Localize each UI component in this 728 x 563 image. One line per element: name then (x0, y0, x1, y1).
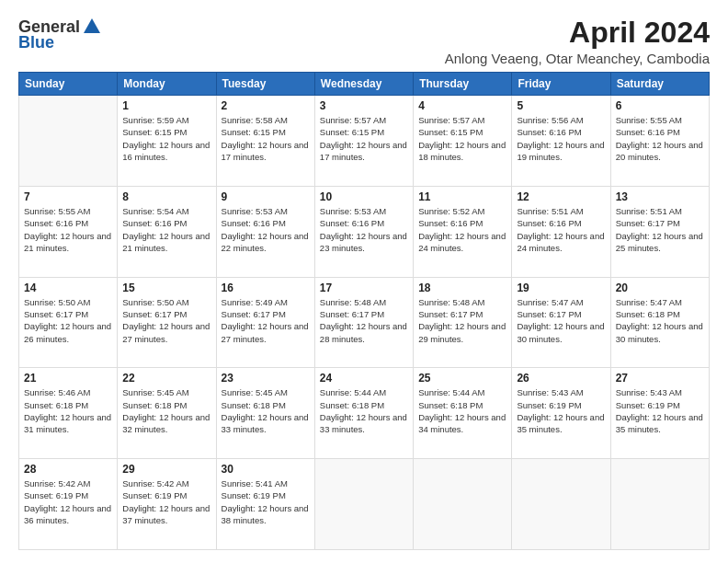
day-cell: 10Sunrise: 5:53 AMSunset: 6:16 PMDayligh… (314, 186, 413, 277)
day-cell: 16Sunrise: 5:49 AMSunset: 6:17 PMDayligh… (216, 277, 314, 368)
day-info: Sunrise: 5:44 AMSunset: 6:18 PMDaylight:… (418, 386, 506, 435)
day-info: Sunrise: 5:48 AMSunset: 6:17 PMDaylight:… (418, 296, 506, 345)
day-number: 7 (24, 190, 112, 203)
day-cell: 13Sunrise: 5:51 AMSunset: 6:17 PMDayligh… (610, 186, 709, 277)
day-number: 3 (320, 99, 408, 112)
day-cell: 2Sunrise: 5:58 AMSunset: 6:15 PMDaylight… (216, 96, 314, 187)
day-number: 29 (122, 463, 210, 476)
day-info: Sunrise: 5:44 AMSunset: 6:18 PMDaylight:… (320, 386, 408, 435)
logo-blue: Blue (18, 33, 54, 52)
day-cell: 12Sunrise: 5:51 AMSunset: 6:16 PMDayligh… (512, 186, 610, 277)
day-info: Sunrise: 5:56 AMSunset: 6:16 PMDaylight:… (517, 114, 605, 163)
day-number: 6 (616, 99, 704, 112)
day-info: Sunrise: 5:58 AMSunset: 6:15 PMDaylight:… (222, 114, 310, 163)
calendar-header-row: SundayMondayTuesdayWednesdayThursdayFrid… (19, 73, 710, 96)
day-number: 10 (320, 190, 408, 203)
day-cell: 30Sunrise: 5:41 AMSunset: 6:19 PMDayligh… (216, 459, 314, 550)
day-info: Sunrise: 5:55 AMSunset: 6:16 PMDaylight:… (24, 205, 112, 254)
day-info: Sunrise: 5:57 AMSunset: 6:15 PMDaylight:… (320, 114, 408, 163)
col-header-sunday: Sunday (19, 73, 118, 96)
col-header-tuesday: Tuesday (216, 73, 314, 96)
day-info: Sunrise: 5:55 AMSunset: 6:16 PMDaylight:… (616, 114, 704, 163)
day-info: Sunrise: 5:49 AMSunset: 6:17 PMDaylight:… (222, 296, 310, 345)
day-info: Sunrise: 5:53 AMSunset: 6:16 PMDaylight:… (320, 205, 408, 254)
col-header-friday: Friday (512, 73, 610, 96)
day-number: 8 (122, 190, 210, 203)
day-cell: 25Sunrise: 5:44 AMSunset: 6:18 PMDayligh… (414, 368, 512, 459)
day-info: Sunrise: 5:43 AMSunset: 6:19 PMDaylight:… (616, 386, 704, 435)
day-number: 27 (616, 372, 704, 385)
day-number: 26 (517, 372, 605, 385)
header: General Blue April 2024 Anlong Veaeng, O… (18, 17, 710, 66)
week-row-3: 14Sunrise: 5:50 AMSunset: 6:17 PMDayligh… (19, 277, 710, 368)
day-cell: 18Sunrise: 5:48 AMSunset: 6:17 PMDayligh… (414, 277, 512, 368)
day-info: Sunrise: 5:41 AMSunset: 6:19 PMDaylight:… (222, 477, 310, 526)
day-cell: 23Sunrise: 5:45 AMSunset: 6:18 PMDayligh… (216, 368, 314, 459)
day-info: Sunrise: 5:51 AMSunset: 6:17 PMDaylight:… (616, 205, 704, 254)
day-info: Sunrise: 5:42 AMSunset: 6:19 PMDaylight:… (24, 477, 112, 526)
day-number: 12 (517, 190, 605, 203)
day-cell (314, 459, 413, 550)
day-number: 22 (122, 372, 210, 385)
day-number: 17 (320, 282, 408, 294)
day-number: 1 (122, 99, 210, 112)
day-info: Sunrise: 5:43 AMSunset: 6:19 PMDaylight:… (517, 386, 605, 435)
day-number: 20 (616, 282, 704, 294)
day-number: 24 (320, 372, 408, 385)
col-header-saturday: Saturday (610, 73, 709, 96)
day-cell: 4Sunrise: 5:57 AMSunset: 6:15 PMDaylight… (414, 96, 512, 187)
day-cell: 21Sunrise: 5:46 AMSunset: 6:18 PMDayligh… (19, 368, 118, 459)
day-info: Sunrise: 5:59 AMSunset: 6:15 PMDaylight:… (122, 114, 210, 163)
day-cell: 1Sunrise: 5:59 AMSunset: 6:15 PMDaylight… (118, 96, 216, 187)
week-row-4: 21Sunrise: 5:46 AMSunset: 6:18 PMDayligh… (19, 368, 710, 459)
day-cell: 15Sunrise: 5:50 AMSunset: 6:17 PMDayligh… (118, 277, 216, 368)
svg-marker-0 (84, 18, 100, 33)
col-header-monday: Monday (118, 73, 216, 96)
day-number: 2 (222, 99, 310, 112)
day-cell: 6Sunrise: 5:55 AMSunset: 6:16 PMDaylight… (610, 96, 709, 187)
day-info: Sunrise: 5:42 AMSunset: 6:19 PMDaylight:… (122, 477, 210, 526)
day-cell: 17Sunrise: 5:48 AMSunset: 6:17 PMDayligh… (314, 277, 413, 368)
day-info: Sunrise: 5:45 AMSunset: 6:18 PMDaylight:… (122, 386, 210, 435)
day-number: 11 (418, 190, 506, 203)
day-info: Sunrise: 5:46 AMSunset: 6:18 PMDaylight:… (24, 386, 112, 435)
day-number: 16 (222, 282, 310, 294)
month-title: April 2024 (445, 17, 710, 49)
day-number: 4 (418, 99, 506, 112)
day-info: Sunrise: 5:50 AMSunset: 6:17 PMDaylight:… (122, 296, 210, 345)
day-info: Sunrise: 5:50 AMSunset: 6:17 PMDaylight:… (24, 296, 112, 345)
day-number: 23 (222, 372, 310, 385)
day-number: 30 (222, 463, 310, 476)
day-number: 9 (222, 190, 310, 203)
week-row-2: 7Sunrise: 5:55 AMSunset: 6:16 PMDaylight… (19, 186, 710, 277)
day-cell: 28Sunrise: 5:42 AMSunset: 6:19 PMDayligh… (19, 459, 118, 550)
day-cell: 19Sunrise: 5:47 AMSunset: 6:17 PMDayligh… (512, 277, 610, 368)
day-number: 15 (122, 282, 210, 294)
title-section: April 2024 Anlong Veaeng, Otar Meanchey,… (445, 17, 710, 66)
day-info: Sunrise: 5:57 AMSunset: 6:15 PMDaylight:… (418, 114, 506, 163)
day-number: 13 (616, 190, 704, 203)
day-cell: 7Sunrise: 5:55 AMSunset: 6:16 PMDaylight… (19, 186, 118, 277)
day-number: 14 (24, 282, 112, 294)
day-cell (19, 96, 118, 187)
day-info: Sunrise: 5:48 AMSunset: 6:17 PMDaylight:… (320, 296, 408, 345)
location-title: Anlong Veaeng, Otar Meanchey, Cambodia (445, 51, 710, 66)
week-row-5: 28Sunrise: 5:42 AMSunset: 6:19 PMDayligh… (19, 459, 710, 550)
day-info: Sunrise: 5:53 AMSunset: 6:16 PMDaylight:… (222, 205, 310, 254)
day-number: 28 (24, 463, 112, 476)
day-cell: 9Sunrise: 5:53 AMSunset: 6:16 PMDaylight… (216, 186, 314, 277)
page: General Blue April 2024 Anlong Veaeng, O… (0, 0, 728, 563)
day-number: 19 (517, 282, 605, 294)
day-number: 25 (418, 372, 506, 385)
col-header-wednesday: Wednesday (314, 73, 413, 96)
day-info: Sunrise: 5:52 AMSunset: 6:16 PMDaylight:… (418, 205, 506, 254)
day-number: 21 (24, 372, 112, 385)
day-cell (610, 459, 709, 550)
day-cell: 29Sunrise: 5:42 AMSunset: 6:19 PMDayligh… (118, 459, 216, 550)
day-number: 18 (418, 282, 506, 294)
day-info: Sunrise: 5:47 AMSunset: 6:18 PMDaylight:… (616, 296, 704, 345)
day-cell: 11Sunrise: 5:52 AMSunset: 6:16 PMDayligh… (414, 186, 512, 277)
day-cell: 24Sunrise: 5:44 AMSunset: 6:18 PMDayligh… (314, 368, 413, 459)
day-cell: 14Sunrise: 5:50 AMSunset: 6:17 PMDayligh… (19, 277, 118, 368)
col-header-thursday: Thursday (414, 73, 512, 96)
